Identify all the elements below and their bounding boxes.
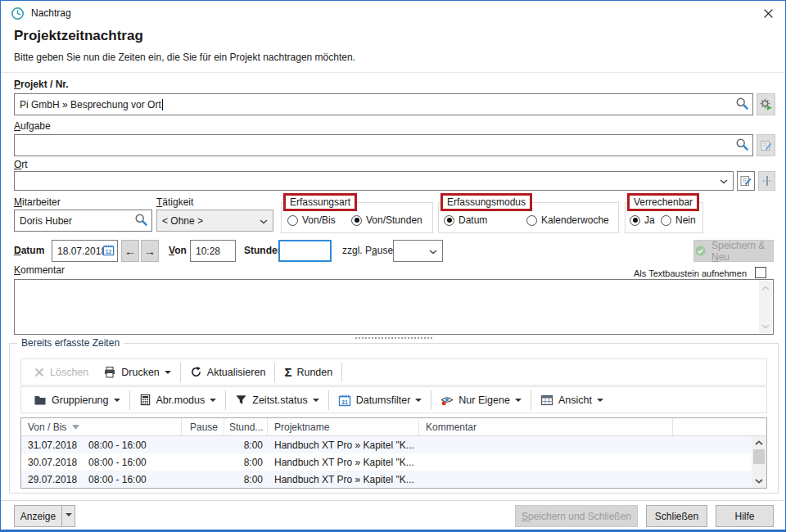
radio-label: Von/Stunden [366, 214, 422, 226]
splitter-handle[interactable] [355, 337, 432, 339]
kommentar-label: Kommentar [14, 264, 65, 276]
taetigkeit-combobox[interactable]: < Ohne > [156, 210, 273, 232]
pause-combobox[interactable] [393, 240, 443, 262]
nur-eigene-button[interactable]: Nur Eigene [433, 390, 529, 411]
toolbar-separator [225, 390, 226, 410]
radio-circle [661, 215, 671, 226]
loeschen-button[interactable]: Löschen [26, 362, 96, 383]
search-icon[interactable] [735, 97, 749, 113]
gear-run-icon [759, 97, 773, 111]
radio-label: Kalenderwoche [541, 214, 609, 226]
schliessen-button[interactable]: Schließen [646, 505, 707, 527]
ort-edit-button[interactable] [737, 171, 755, 191]
ort-combobox[interactable] [14, 171, 734, 191]
scroll-down-icon[interactable] [752, 475, 766, 488]
column-header-projektname[interactable]: Projektname [268, 418, 419, 435]
scroll-up-icon[interactable] [752, 436, 766, 449]
search-icon[interactable] [134, 213, 148, 229]
arrow-right-icon: → [144, 245, 156, 258]
previous-day-button[interactable]: ← [121, 240, 139, 262]
table-row[interactable]: 31.07.201808:00 - 16:00 8:00 Handbuch XT… [21, 436, 766, 453]
svg-text:31: 31 [341, 399, 348, 404]
abrmodus-button[interactable]: Abr.modus [132, 390, 224, 411]
table-scrollbar[interactable] [752, 436, 766, 488]
radio-ja[interactable]: Ja [630, 214, 655, 226]
scroll-down-icon[interactable] [759, 319, 772, 333]
aufgabe-label: Aufgabe [14, 120, 51, 132]
ort-insert-button[interactable] [758, 171, 775, 191]
table-row[interactable]: 30.07.201808:00 - 16:00 8:00 Handbuch XT… [21, 453, 766, 471]
taetigkeit-value: < Ohne > [162, 215, 203, 227]
dropdown-arrow-icon [597, 399, 603, 405]
scrollbar-thumb[interactable] [753, 449, 765, 464]
printer-icon [103, 366, 116, 379]
nachtrag-dialog: Nachtrag Projektzeitnachtrag Bitte geben… [0, 0, 786, 532]
mitarbeiter-label: Mitarbeiter [14, 196, 61, 208]
calendar-icon[interactable]: 12 [102, 244, 115, 259]
toolbar-separator [274, 363, 275, 382]
chevron-down-icon [720, 175, 728, 187]
datum-input[interactable]: 18.07.2018 12 [52, 240, 118, 262]
close-icon [763, 8, 774, 19]
column-header-kommentar[interactable]: Kommentar [419, 418, 673, 435]
refresh-icon [190, 366, 202, 378]
aufgabe-edit-button[interactable] [757, 134, 775, 156]
table-row[interactable]: 29.07.201808:00 - 16:00 8:00 Handbuch XT… [21, 471, 766, 488]
column-header-vonbis[interactable]: Von / Bis [21, 418, 182, 435]
gruppierung-button[interactable]: Gruppierung [26, 390, 128, 411]
radio-label: Von/Bis [302, 214, 336, 226]
column-header-filler [673, 418, 766, 435]
dropdown-arrow-icon [415, 399, 422, 405]
scroll-up-icon[interactable] [759, 281, 772, 295]
dropdown-arrow-icon [313, 399, 319, 405]
radio-label: Ja [644, 214, 655, 226]
projekt-actions-button[interactable] [757, 93, 775, 115]
toolbar-separator [328, 390, 329, 410]
radio-von-stunden[interactable]: Von/Stunden [351, 214, 422, 226]
aktualisieren-button[interactable]: Aktualisieren [183, 362, 273, 383]
speichern-schliessen-button[interactable]: Speichern und Schließen [515, 505, 638, 527]
von-label: Von [169, 245, 187, 256]
kommentar-textarea[interactable] [14, 279, 774, 335]
aufgabe-input[interactable] [14, 134, 753, 156]
anzeige-label: Anzeige [20, 511, 56, 522]
radio-datum[interactable]: Datum [444, 214, 487, 226]
zeitststatus-button[interactable]: Zeitst.status [228, 390, 326, 411]
search-icon[interactable] [735, 138, 749, 154]
mitarbeiter-input[interactable]: Doris Huber [14, 210, 152, 232]
radio-circle [351, 215, 362, 226]
column-header-stunden[interactable]: Stund... [224, 418, 268, 435]
speichern-neu-button[interactable]: Speichern & Neu [693, 240, 774, 262]
next-day-button[interactable]: → [141, 240, 159, 262]
column-header-pause[interactable]: Pause [182, 418, 224, 435]
von-input[interactable]: 10:28 [190, 240, 236, 262]
schliessen-label: Schließen [655, 511, 698, 522]
ansicht-button[interactable]: Ansicht [533, 390, 611, 411]
von-value: 10:28 [196, 246, 220, 257]
datumsfilter-button[interactable]: 31 Datumsfilter [331, 390, 430, 411]
radio-von-bis[interactable]: Von/Bis [287, 214, 336, 226]
textbaustein-checkbox[interactable] [755, 267, 766, 278]
note-edit-icon [760, 139, 773, 152]
drucken-button[interactable]: Drucken [96, 362, 178, 383]
filter-funnel-icon [235, 394, 247, 406]
runden-button[interactable]: Σ Runden [277, 362, 340, 383]
radio-nein[interactable]: Nein [661, 214, 696, 226]
close-button[interactable] [761, 7, 775, 20]
radio-kalenderwoche[interactable]: Kalenderwoche [526, 214, 609, 226]
radio-circle [287, 215, 298, 226]
erfassungsmodus-annotation: Erfassungsmodus [440, 193, 532, 211]
kommentar-scrollbar[interactable] [759, 281, 772, 333]
taetigkeit-label: Tätigkeit [156, 196, 193, 208]
chevron-down-icon [260, 215, 268, 227]
hilfe-label: Hilfe [734, 511, 754, 522]
projekt-input[interactable]: Pi GmbH » Besprechung vor Ort [14, 93, 753, 115]
anzeige-dropdown-button[interactable] [61, 505, 75, 527]
stunden-input[interactable] [278, 240, 332, 262]
anzeige-button[interactable]: Anzeige [14, 505, 62, 527]
hilfe-button[interactable]: Hilfe [716, 505, 774, 527]
datum-value: 18.07.2018 [57, 246, 106, 257]
header-divider [1, 72, 784, 73]
mitarbeiter-value: Doris Huber [20, 215, 72, 227]
dropdown-arrow-icon [165, 371, 171, 377]
